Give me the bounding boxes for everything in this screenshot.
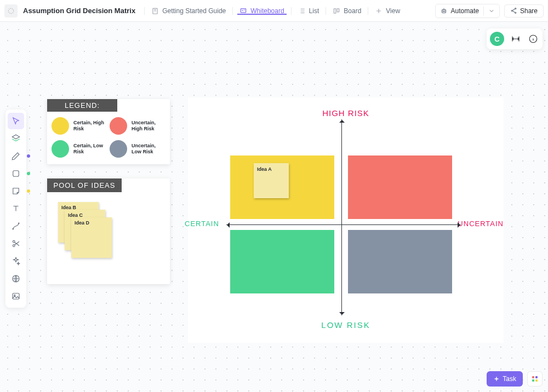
pool-card[interactable]: POOL OF IDEAS Idea B Idea C Idea D bbox=[47, 178, 170, 284]
document-icon bbox=[4, 4, 18, 18]
tab-whiteboard[interactable]: Whiteboard bbox=[232, 7, 290, 15]
decision-matrix[interactable]: HIGH RISK LOW RISK CERTAIN UNCERTAIN Ide… bbox=[188, 97, 504, 343]
legend-card[interactable]: LEGEND: Certain, High Risk Uncertain, Hi… bbox=[47, 99, 170, 164]
tab-label: Whiteboard bbox=[250, 7, 284, 15]
vertical-axis bbox=[341, 119, 342, 315]
whiteboard-canvas[interactable]: C bbox=[0, 22, 548, 392]
svg-point-10 bbox=[515, 12, 516, 13]
horizontal-axis bbox=[226, 224, 461, 225]
svg-rect-18 bbox=[13, 293, 19, 299]
connector-tool[interactable] bbox=[8, 218, 24, 234]
new-task-button[interactable]: Task bbox=[487, 371, 523, 387]
axis-label-top: HIGH RISK bbox=[188, 108, 504, 118]
fit-width-icon[interactable] bbox=[510, 33, 522, 45]
svg-point-0 bbox=[8, 8, 13, 13]
legend-swatch bbox=[52, 117, 69, 135]
sticky-note[interactable]: Idea D bbox=[71, 217, 112, 258]
color-dot bbox=[27, 154, 30, 158]
app-header: Assumption Grid Decision Matrix Getting … bbox=[0, 0, 548, 22]
chevron-down-icon bbox=[488, 8, 495, 14]
svg-point-9 bbox=[511, 10, 512, 11]
arrow-right-icon bbox=[458, 222, 463, 228]
tab-label: View bbox=[386, 7, 400, 15]
user-avatar[interactable]: C bbox=[490, 32, 504, 46]
legend-item: Certain, High Risk bbox=[52, 117, 107, 135]
legend-swatch bbox=[52, 140, 69, 158]
tab-list[interactable]: List bbox=[291, 7, 326, 15]
text-tool[interactable] bbox=[8, 200, 24, 217]
legend-item: Uncertain, High Risk bbox=[110, 117, 165, 135]
document-title[interactable]: Assumption Grid Decision Matrix bbox=[23, 7, 135, 15]
tab-getting-started[interactable]: Getting Started Guide bbox=[144, 7, 232, 15]
tab-board[interactable]: Board bbox=[326, 7, 368, 15]
arrow-up-icon bbox=[339, 117, 345, 123]
svg-rect-3 bbox=[334, 8, 336, 13]
share-icon bbox=[510, 7, 517, 14]
tab-add-view[interactable]: View bbox=[368, 7, 407, 15]
svg-point-15 bbox=[13, 240, 15, 243]
color-dot bbox=[27, 172, 30, 175]
pool-title: POOL OF IDEAS bbox=[47, 178, 122, 192]
pen-tool[interactable] bbox=[8, 148, 24, 164]
apps-grid-icon bbox=[532, 376, 538, 382]
axis-label-bottom: LOW RISK bbox=[188, 320, 504, 330]
shape-tool[interactable] bbox=[8, 165, 24, 182]
legend-swatch bbox=[110, 117, 127, 135]
arrow-down-icon bbox=[339, 312, 345, 318]
info-icon[interactable] bbox=[527, 33, 539, 45]
svg-point-6 bbox=[443, 11, 443, 11]
legend-item: Certain, Low Risk bbox=[52, 140, 107, 158]
sticky-note[interactable]: Idea A bbox=[254, 163, 289, 198]
layers-tool[interactable] bbox=[8, 130, 24, 147]
svg-point-16 bbox=[13, 245, 15, 247]
tab-label: Getting Started Guide bbox=[162, 7, 226, 15]
view-tabs: Getting Started Guide Whiteboard List Bo… bbox=[144, 7, 407, 15]
image-tool[interactable] bbox=[8, 288, 24, 304]
legend-swatch bbox=[110, 140, 127, 158]
legend-title: LEGEND: bbox=[47, 99, 117, 112]
legend-item: Uncertain, Low Risk bbox=[110, 140, 165, 158]
plus-icon bbox=[493, 376, 500, 382]
axis-label-right: UNCERTAIN bbox=[458, 220, 504, 228]
robot-icon bbox=[440, 7, 448, 15]
svg-rect-2 bbox=[241, 8, 246, 12]
svg-rect-12 bbox=[13, 171, 19, 177]
share-button[interactable]: Share bbox=[504, 4, 544, 18]
svg-rect-4 bbox=[337, 8, 339, 11]
quadrant-uncertain-low-risk[interactable] bbox=[348, 230, 452, 293]
tab-label: List bbox=[309, 7, 319, 15]
sticky-note-tool[interactable] bbox=[8, 183, 24, 199]
scissors-tool[interactable] bbox=[8, 235, 24, 252]
color-dot bbox=[27, 189, 30, 193]
arrow-left-icon bbox=[224, 222, 230, 228]
ai-tool[interactable] bbox=[8, 253, 24, 269]
apps-button[interactable] bbox=[527, 371, 543, 387]
quadrant-uncertain-high-risk[interactable] bbox=[348, 155, 452, 219]
axis-label-left: CERTAIN bbox=[185, 220, 219, 228]
select-tool[interactable] bbox=[8, 113, 24, 129]
canvas-controls: C bbox=[487, 28, 543, 49]
web-tool[interactable] bbox=[8, 270, 24, 287]
svg-point-7 bbox=[444, 11, 444, 11]
quadrant-certain-low-risk[interactable] bbox=[230, 230, 334, 293]
automate-button[interactable]: Automate bbox=[435, 4, 500, 18]
tab-label: Board bbox=[344, 7, 361, 15]
svg-point-8 bbox=[515, 8, 516, 9]
drawing-toolbar bbox=[5, 109, 26, 308]
